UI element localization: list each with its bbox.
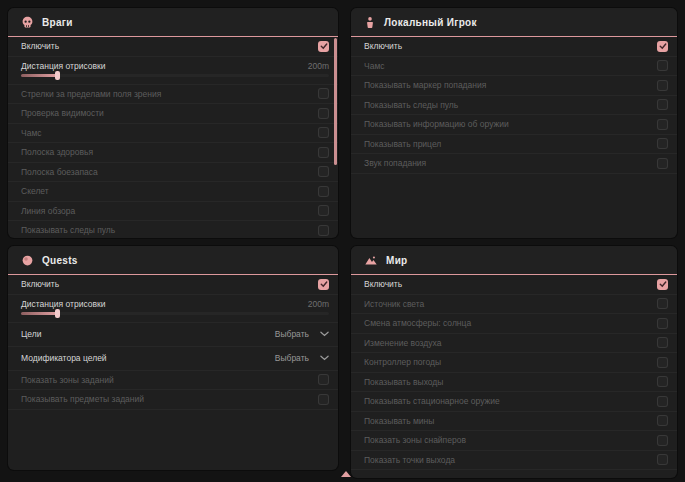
slider-fill [21, 74, 58, 77]
checkbox[interactable] [318, 41, 329, 52]
checkbox[interactable] [657, 138, 668, 149]
dropdown-value: Выбрать [275, 329, 309, 339]
setting-label: Линия обзора [21, 206, 75, 216]
setting-label: Полоска боезапаса [21, 167, 98, 177]
panel-body: ВключитьИсточник светаСмена атмосферы: с… [351, 275, 677, 470]
checkbox[interactable] [318, 147, 329, 158]
checkbox[interactable] [657, 415, 668, 426]
checkbox[interactable] [657, 158, 668, 169]
checkbox[interactable] [657, 41, 668, 52]
setting-label: Показать зоны снайперов [364, 435, 466, 445]
setting-label: Показывать следы пуль [364, 100, 458, 110]
setting-row[interactable]: Источник света [351, 295, 677, 315]
setting-row[interactable]: Показывать следы пуль [351, 96, 677, 116]
setting-row[interactable]: Чамс [8, 124, 338, 144]
setting-row[interactable]: Изменение воздуха [351, 334, 677, 354]
checkbox[interactable] [657, 298, 668, 309]
setting-row[interactable]: Показать зоны заданий [8, 371, 338, 391]
setting-row[interactable]: ЦелиВыбрать [8, 323, 338, 347]
checkbox[interactable] [318, 166, 329, 177]
slider-thumb[interactable] [55, 309, 60, 318]
setting-row[interactable]: Показать точки выхода [351, 451, 677, 471]
setting-row[interactable]: Дистанция отрисовки200m [8, 57, 338, 85]
slider[interactable] [21, 312, 329, 315]
panel-header: Враги [8, 8, 338, 37]
setting-label: Дистанция отрисовки [21, 299, 106, 309]
checkbox[interactable] [657, 357, 668, 368]
checkbox[interactable] [657, 80, 668, 91]
dropdown[interactable]: Выбрать [275, 353, 329, 363]
checkbox[interactable] [657, 396, 668, 407]
setting-row[interactable]: Стрелки за пределами поля зрения [8, 85, 338, 105]
setting-label: Чамс [21, 128, 42, 138]
setting-row[interactable]: Модификатора целейВыбрать [8, 347, 338, 371]
checkbox[interactable] [318, 279, 329, 290]
setting-row[interactable]: Показывать предметы заданий [8, 390, 338, 410]
setting-row[interactable]: Линия обзора [8, 202, 338, 222]
setting-row[interactable]: Показывать маркер попадания [351, 76, 677, 96]
setting-label: Показывать предметы заданий [21, 394, 144, 404]
setting-label: Модификатора целей [21, 353, 107, 363]
setting-row[interactable]: Звук попадания [351, 154, 677, 174]
mountains-icon [364, 254, 378, 267]
panel-header: Quests [8, 246, 338, 275]
scrollbar[interactable] [334, 38, 337, 165]
setting-label: Включить [21, 41, 59, 51]
dropdown-value: Выбрать [275, 353, 309, 363]
setting-row[interactable]: Показывать выходы [351, 373, 677, 393]
checkbox[interactable] [318, 205, 329, 216]
checkbox[interactable] [318, 225, 329, 236]
checkbox[interactable] [657, 119, 668, 130]
checkbox[interactable] [657, 376, 668, 387]
setting-row[interactable]: Включить [8, 275, 338, 295]
setting-row[interactable]: Дистанция отрисовки200m [8, 295, 338, 323]
checkbox[interactable] [318, 186, 329, 197]
chevron-down-icon [320, 331, 329, 337]
setting-row[interactable]: Чамс [351, 57, 677, 77]
checkbox[interactable] [657, 337, 668, 348]
checkbox[interactable] [657, 60, 668, 71]
setting-label: Звук попадания [364, 158, 426, 168]
checkbox[interactable] [318, 394, 329, 405]
panel-header: Мир [351, 246, 677, 275]
slider-header: Дистанция отрисовки200m [21, 61, 329, 71]
slider-header: Дистанция отрисовки200m [21, 299, 329, 309]
setting-row[interactable]: Скелет [8, 182, 338, 202]
checkbox[interactable] [318, 127, 329, 138]
setting-row[interactable]: Полоска боезапаса [8, 163, 338, 183]
checkbox[interactable] [657, 99, 668, 110]
checkbox[interactable] [657, 435, 668, 446]
setting-label: Полоска здоровья [21, 147, 93, 157]
setting-row[interactable]: Включить [351, 37, 677, 57]
setting-label: Показывать выходы [364, 377, 443, 387]
checkbox[interactable] [657, 318, 668, 329]
setting-row[interactable]: Показывать следы пуль [8, 221, 338, 238]
checkbox[interactable] [318, 108, 329, 119]
setting-label: Показать точки выхода [364, 455, 455, 465]
slider[interactable] [21, 74, 329, 77]
scroll-up-indicator[interactable] [341, 471, 351, 477]
setting-row[interactable]: Полоска здоровья [8, 143, 338, 163]
setting-row[interactable]: Показывать стационарное оружие [351, 392, 677, 412]
checkbox[interactable] [657, 279, 668, 290]
slider-value: 200m [308, 61, 329, 71]
checkbox[interactable] [657, 454, 668, 465]
setting-row[interactable]: Включить [8, 37, 338, 57]
setting-row[interactable]: Проверка видимости [8, 104, 338, 124]
setting-row[interactable]: Показать зоны снайперов [351, 431, 677, 451]
setting-label: Смена атмосферы: солнца [364, 318, 471, 328]
setting-row[interactable]: Смена атмосферы: солнца [351, 314, 677, 334]
checkbox[interactable] [318, 88, 329, 99]
setting-label: Показывать прицел [364, 139, 441, 149]
setting-row[interactable]: Показывать мины [351, 412, 677, 432]
setting-label: Стрелки за пределами поля зрения [21, 89, 161, 99]
setting-row[interactable]: Показывать прицел [351, 135, 677, 155]
setting-label: Включить [364, 279, 402, 289]
setting-row[interactable]: Контроллер погоды [351, 353, 677, 373]
dropdown[interactable]: Выбрать [275, 329, 329, 339]
checkbox[interactable] [318, 374, 329, 385]
slider-thumb[interactable] [55, 71, 60, 80]
setting-row[interactable]: Включить [351, 275, 677, 295]
panel-header: Локальный Игрок [351, 8, 677, 37]
setting-row[interactable]: Показывать информацию об оружии [351, 115, 677, 135]
